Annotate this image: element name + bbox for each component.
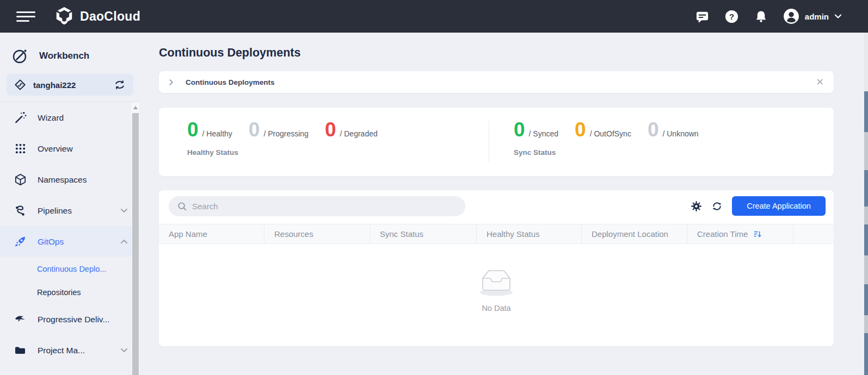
sidebar-item-overview[interactable]: Overview	[0, 133, 140, 164]
folder-icon	[13, 344, 27, 357]
sidebar: Workbench tanghai222	[0, 33, 140, 375]
sync-status-group: 0 / Synced 0 / OutOfSync 0 / Unknown Syn…	[514, 121, 699, 157]
brand-cube-icon	[54, 6, 75, 27]
tab-bar: Continuous Deployments ✕	[159, 71, 834, 93]
workspace-selector[interactable]: tanghai222	[7, 74, 133, 96]
svg-text:?: ?	[729, 11, 734, 21]
topbar-actions: ? admin	[695, 8, 842, 24]
user-name: admin	[805, 12, 829, 21]
chevron-down-icon	[120, 208, 128, 213]
switch-workspace-icon[interactable]	[114, 79, 126, 91]
table-header: App Name Resources Sync Status Healthy S…	[159, 224, 834, 244]
rocket-icon	[13, 235, 27, 248]
sidebar-item-gitops[interactable]: GitOps	[0, 226, 140, 257]
help-icon[interactable]: ?	[724, 9, 739, 24]
sidebar-item-continuous-deployments[interactable]: Continuous Deplo...	[0, 257, 140, 280]
menu-icon[interactable]	[16, 11, 35, 22]
bell-icon[interactable]	[754, 9, 768, 24]
chevron-right-icon[interactable]	[168, 79, 175, 86]
stat-label: / OutOfSync	[590, 129, 631, 139]
search-input[interactable]	[192, 202, 457, 211]
workspace-icon	[14, 79, 26, 91]
stat-value: 0	[575, 121, 586, 139]
workspace-name: tanghai222	[33, 80, 76, 90]
close-icon[interactable]: ✕	[816, 77, 824, 87]
sidebar-item-progressive-delivery[interactable]: Progressive Deliv...	[0, 304, 140, 335]
sidebar-item-label: Progressive Deliv...	[38, 315, 109, 324]
tab-continuous-deployments[interactable]: Continuous Deployments	[186, 78, 275, 86]
bird-icon	[13, 312, 27, 326]
sidebar-item-label: Wizard	[38, 113, 64, 123]
create-application-button[interactable]: Create Application	[732, 196, 826, 216]
sidebar-item-wizard[interactable]: Wizard	[0, 102, 140, 133]
stat-value: 0	[187, 121, 199, 139]
column-header-app-name[interactable]: App Name	[159, 224, 264, 243]
refresh-icon[interactable]	[711, 201, 723, 212]
column-header-sync-status[interactable]: Sync Status	[370, 224, 477, 243]
sidebar-item-repositories[interactable]: Repositories	[0, 280, 140, 304]
healthy-status-group-label: Healthy Status	[187, 148, 378, 157]
brand-name: DaoCloud	[80, 9, 140, 24]
sidebar-item-label: GitOps	[38, 237, 64, 247]
stat-label: / Synced	[529, 129, 558, 139]
table-toolbar: Create Application	[691, 196, 826, 216]
stat-label: / Healthy	[202, 129, 232, 139]
stat-value: 0	[325, 121, 336, 139]
sidebar-item-label: Namespaces	[38, 175, 87, 185]
page-title: Continuous Deployments	[159, 46, 834, 60]
sidebar-section-label: Workbench	[39, 51, 89, 61]
healthy-status-group: 0 / Healthy 0 / Progressing 0 / Degraded…	[187, 121, 378, 157]
stat-unknown: 0 / Unknown	[648, 121, 699, 139]
status-summary-card: 0 / Healthy 0 / Progressing 0 / Degraded…	[159, 108, 834, 176]
sort-descending-icon[interactable]	[753, 230, 762, 239]
applications-table-card: Create Application App Name Resources Sy…	[159, 190, 834, 346]
avatar-icon	[783, 8, 799, 24]
scrollbar-up-arrow[interactable]	[133, 106, 138, 109]
stat-progressing: 0 / Progressing	[249, 121, 309, 139]
scrollbar-thumb[interactable]	[132, 113, 139, 375]
stat-outofsync: 0 / OutOfSync	[575, 121, 631, 139]
column-header-resources[interactable]: Resources	[264, 224, 370, 243]
sidebar-item-pipelines[interactable]: Pipelines	[0, 195, 140, 226]
stat-value: 0	[648, 121, 659, 139]
stats-divider	[489, 121, 489, 162]
sidebar-item-label: Project Ma...	[38, 346, 85, 355]
empty-state-text: No Data	[159, 304, 834, 312]
sidebar-item-namespaces[interactable]: Namespaces	[0, 164, 140, 195]
wand-icon	[13, 111, 27, 124]
search-box	[169, 196, 465, 216]
column-header-healthy-status[interactable]: Healthy Status	[477, 224, 582, 243]
sidebar-scrollbar[interactable]	[132, 102, 139, 375]
sidebar-item-project-management[interactable]: Project Ma...	[0, 335, 140, 366]
cube-icon	[13, 173, 27, 186]
chevron-down-icon	[120, 348, 128, 353]
stat-synced: 0 / Synced	[514, 121, 558, 139]
stat-healthy: 0 / Healthy	[187, 121, 232, 139]
column-header-creation-time[interactable]: Creation Time	[687, 224, 793, 243]
column-header-deployment-location[interactable]: Deployment Location	[582, 224, 687, 243]
column-header-label: Creation Time	[697, 229, 748, 239]
chat-icon[interactable]	[695, 9, 710, 24]
user-menu[interactable]: admin	[783, 8, 842, 24]
chevron-up-icon	[120, 239, 128, 244]
main-content: Continuous Deployments Continuous Deploy…	[140, 33, 864, 375]
sidebar-item-label: Pipelines	[38, 206, 72, 216]
gear-icon[interactable]	[691, 201, 702, 212]
background-window-sliver	[864, 33, 868, 375]
stat-value: 0	[249, 121, 260, 139]
workbench-icon	[12, 48, 28, 64]
sidebar-menu: Wizard Overview Namespaces	[0, 102, 140, 375]
stat-label: / Degraded	[340, 129, 377, 139]
empty-state: No Data	[159, 266, 834, 312]
empty-inbox-icon	[475, 266, 518, 297]
chevron-down-icon	[834, 14, 842, 19]
topbar: DaoCloud ?	[0, 0, 868, 33]
stat-value: 0	[514, 121, 525, 139]
sidebar-section: Workbench	[0, 46, 140, 66]
pipeline-icon	[13, 204, 27, 217]
sync-status-group-label: Sync Status	[514, 148, 699, 157]
column-header-actions	[793, 224, 834, 243]
stat-label: / Unknown	[662, 129, 698, 139]
sidebar-item-label: Overview	[38, 144, 73, 154]
stat-degraded: 0 / Degraded	[325, 121, 378, 139]
